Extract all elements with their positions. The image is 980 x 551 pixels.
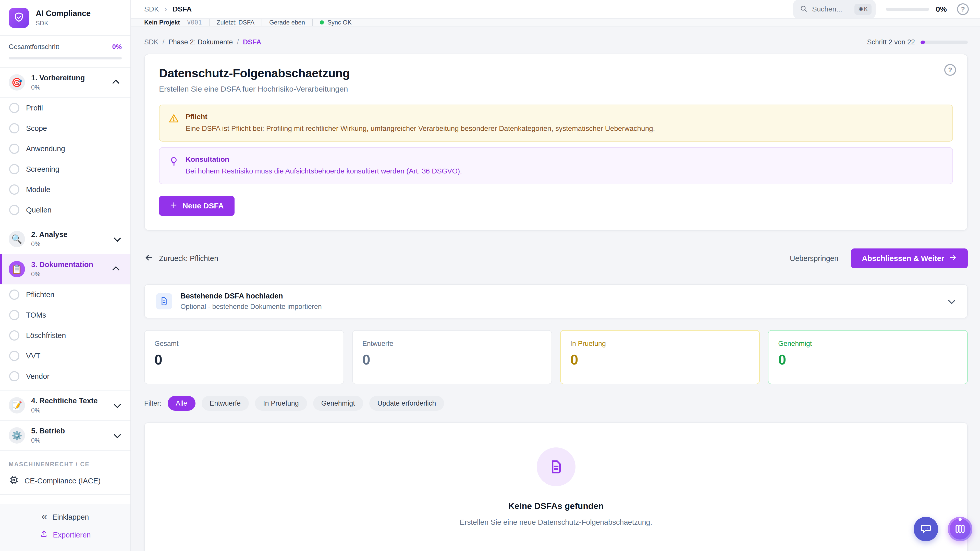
filter-label: Filter:	[144, 400, 162, 407]
breadcrumb-current: DSFA	[243, 38, 261, 46]
alert-text: Bei hohem Restrisiko muss die Aufsichtsb…	[186, 166, 462, 176]
lightbulb-icon	[169, 156, 179, 167]
upload-icon	[40, 530, 48, 540]
sidebar-item-profil[interactable]: Profil	[0, 98, 130, 118]
section-percent: 0%	[31, 270, 108, 278]
section-title: 5. Betrieb	[31, 427, 108, 435]
section-title: 3. Dokumentation	[31, 260, 108, 269]
filter-chip-genehmigt[interactable]: Genehmigt	[313, 396, 363, 411]
item-label: Quellen	[26, 206, 52, 214]
back-button[interactable]: Zurueck: Pflichten	[144, 253, 218, 264]
sidebar-section-vorbereitung[interactable]: 🎯 1. Vorbereitung 0%	[0, 68, 130, 98]
item-label: TOMs	[26, 311, 46, 319]
sidebar-item-pflichten[interactable]: Pflichten	[0, 284, 130, 305]
sidebar-item-screening[interactable]: Screening	[0, 159, 130, 179]
upload-existing-dsfa-card[interactable]: Bestehende DSFA hochladen Optional - bes…	[144, 284, 968, 318]
chat-bubble-icon	[920, 523, 932, 535]
breadcrumb-root[interactable]: SDK	[144, 38, 159, 46]
radio-circle-icon	[9, 205, 19, 215]
chat-fab-button[interactable]	[914, 517, 938, 541]
stat-card-genehmigt: Genehmigt 0	[768, 330, 968, 384]
alert-pflicht: Pflicht Eine DSFA ist Pflicht bei: Profi…	[159, 105, 953, 141]
stat-card-in-pruefung: In Pruefung 0	[560, 330, 760, 384]
topbar: SDK › DSFA Suchen... ⌘K 0% ?	[131, 0, 980, 18]
sidebar-item-toms[interactable]: TOMs	[0, 305, 130, 325]
separator: /	[237, 38, 239, 46]
sidebar-footer: « Einklappen Exportieren	[0, 504, 130, 551]
sidebar-item-vvt[interactable]: VVT	[0, 346, 130, 366]
main-area: SDK › DSFA Suchen... ⌘K 0% ? Kein Projek…	[131, 0, 980, 551]
cpu-chip-icon	[9, 475, 19, 487]
arrow-left-icon	[144, 253, 153, 264]
filter-chip-entwuerfe[interactable]: Entwuerfe	[202, 396, 249, 411]
alert-konsultation: Konsultation Bei hohem Restrisiko muss d…	[159, 147, 953, 184]
filter-row: Filter: Alle Entwuerfe In Pruefung Geneh…	[144, 396, 968, 411]
document-icon	[537, 448, 576, 486]
breadcrumb-root[interactable]: SDK	[144, 5, 159, 13]
item-label: VVT	[26, 352, 40, 360]
version-tag: V001	[187, 19, 202, 26]
skip-button[interactable]: Ueberspringen	[790, 254, 838, 263]
overall-progress-label: Gesamtfortschritt	[9, 43, 59, 51]
divider	[312, 19, 313, 26]
stat-value: 0	[570, 351, 750, 368]
sidebar-item-loeschfristen[interactable]: Löschfristen	[0, 325, 130, 346]
item-label: Screening	[26, 165, 59, 173]
section-title: 4. Rechtliche Texte	[31, 397, 108, 405]
sidebar-section-analyse[interactable]: 🔍 2. Analyse 0%	[0, 224, 130, 254]
chevron-right-icon: ›	[165, 5, 167, 14]
help-icon[interactable]: ?	[957, 3, 969, 15]
filter-chip-update-erforderlich[interactable]: Update erforderlich	[369, 396, 444, 411]
sidebar-item-scope[interactable]: Scope	[0, 118, 130, 138]
last-saved-label: Zuletzt: DSFA	[217, 19, 255, 26]
search-input[interactable]: Suchen... ⌘K	[793, 0, 876, 18]
back-label: Zurueck: Pflichten	[159, 254, 218, 263]
radio-circle-icon	[9, 310, 19, 320]
empty-state-title: Keine DSFAs gefunden	[508, 501, 604, 511]
sidebar-item-module[interactable]: Module	[0, 179, 130, 200]
collapse-sidebar-button[interactable]: « Einklappen	[41, 512, 89, 522]
radio-circle-icon	[9, 184, 19, 195]
topbar-progress-bar	[886, 8, 929, 11]
stat-label: Entwuerfe	[363, 340, 542, 348]
section-percent: 0%	[31, 240, 108, 248]
chevron-down-icon	[948, 297, 955, 304]
stat-label: Genehmigt	[778, 340, 958, 348]
search-placeholder: Suchen...	[812, 5, 850, 13]
filter-chip-alle[interactable]: Alle	[168, 396, 196, 411]
gear-icon: ⚙️	[9, 427, 25, 444]
sidebar-section-dokumentation[interactable]: 📋 3. Dokumentation 0%	[0, 254, 130, 284]
filter-chip-in-pruefung[interactable]: In Pruefung	[255, 396, 307, 411]
sidebar-section-rechtliche-texte[interactable]: 📝 4. Rechtliche Texte 0%	[0, 390, 130, 421]
alert-title: Konsultation	[186, 156, 462, 164]
sidebar-item-anwendung[interactable]: Anwendung	[0, 138, 130, 159]
radio-circle-icon	[9, 103, 19, 113]
wizard-nav-row: Zurueck: Pflichten Ueberspringen Abschli…	[144, 248, 968, 268]
help-icon[interactable]: ?	[944, 64, 956, 76]
sidebar-section-betrieb[interactable]: ⚙️ 5. Betrieb 0%	[0, 421, 130, 451]
item-label: CE-Compliance (IACE)	[24, 477, 100, 485]
radio-circle-icon	[9, 371, 19, 381]
sidebar: AI Compliance SDK Gesamtfortschritt 0% 🎯…	[0, 0, 131, 551]
step-progress-bar	[921, 41, 968, 44]
breadcrumb-current: DSFA	[173, 5, 192, 13]
sidebar-item-quellen[interactable]: Quellen	[0, 200, 130, 220]
kanban-fab-button[interactable]	[948, 517, 972, 541]
section-title: 1. Vorbereitung	[31, 74, 108, 82]
sidebar-item-vendor[interactable]: Vendor	[0, 366, 130, 386]
sync-status: Sync OK	[320, 19, 352, 26]
sidebar-item-ce-compliance[interactable]: CE-Compliance (IACE)	[0, 468, 130, 495]
new-dsfa-button[interactable]: Neue DSFA	[159, 196, 234, 216]
export-button[interactable]: Exportieren	[40, 530, 91, 540]
shield-check-icon	[13, 11, 25, 24]
finish-continue-button[interactable]: Abschliessen & Weiter	[851, 248, 968, 268]
last-saved-time: Gerade eben	[269, 19, 305, 26]
chevron-up-icon	[112, 266, 119, 273]
radio-circle-icon	[9, 164, 19, 174]
stat-label: Gesamt	[154, 340, 334, 348]
button-label: Abschliessen & Weiter	[862, 254, 944, 263]
section-percent: 0%	[31, 84, 108, 91]
breadcrumb-phase[interactable]: Phase 2: Dokumente	[169, 38, 233, 46]
breadcrumb: SDK / Phase 2: Dokumente / DSFA	[144, 38, 261, 46]
warning-triangle-icon	[169, 113, 179, 124]
